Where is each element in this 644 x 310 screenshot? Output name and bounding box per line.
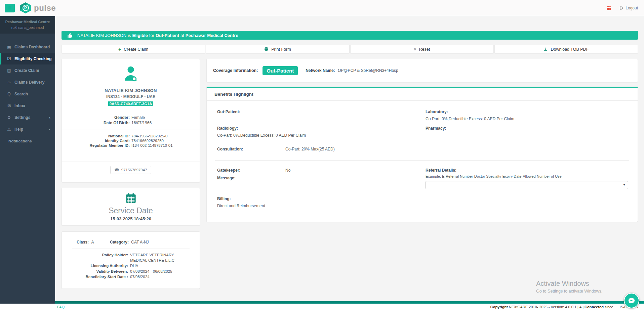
sidebar-item-settings[interactable]: ⚙ Settings ‹: [0, 112, 55, 123]
referral-details-label: Referral Details:: [426, 168, 628, 173]
sidebar-toggle-button[interactable]: ≡: [5, 4, 15, 12]
service-date-title: Service Date: [62, 206, 200, 215]
radiology-label: Radiology:: [217, 126, 426, 131]
dob-label: Date Of Birth:: [72, 121, 130, 125]
dob-value: 16/07/1966: [131, 121, 185, 125]
sidebar-item-label: Eligibility Checking: [14, 56, 52, 61]
divider: [62, 130, 200, 130]
phone-number: 971567897947: [121, 168, 147, 172]
validity-between-value: 07/08/2024 - 06/08/2025: [130, 269, 180, 274]
sidebar-nav: ▦ Claims Dashboard ☑ Eligibility Checkin…: [0, 41, 55, 147]
reset-button[interactable]: × Reset: [350, 45, 494, 54]
facility-name: Peshawar Medical Centre: [2, 19, 53, 25]
left-column: NATALIE KIM JOHNSON INS134 - MEDGULF - U…: [62, 59, 200, 289]
benefits-grid-top: Out-Patient: Laboratory: Co-Part: 0%,Ded…: [207, 101, 638, 151]
sidebar-item-notifications[interactable]: Notifications: [0, 135, 55, 147]
sidebar-item-label: Notifications: [8, 139, 32, 143]
create-claim-label: Create Claim: [124, 47, 148, 52]
consultation-label: Consultation:: [217, 147, 285, 151]
chat-fab-button[interactable]: [624, 293, 639, 308]
watermark-line2: Go to Settings to activate Windows.: [536, 289, 602, 294]
laboratory-label: Laboratory:: [426, 109, 628, 114]
banner-word: for: [149, 33, 154, 38]
phone-icon: ☎: [114, 168, 119, 172]
calendar-icon: [125, 199, 137, 205]
divider: [72, 249, 190, 249]
benefit-consultation: Consultation: Co-Part: 20% Max(25 AED): [217, 138, 426, 151]
sidebar-facility-block: Peshawar Medical Centre rukhsana_peshmod: [0, 16, 55, 34]
sidebar-item-help[interactable]: ⚠ Help ‹: [0, 123, 55, 135]
banner-patient-name: NATALIE KIM JOHNSON: [77, 33, 126, 38]
plus-icon: +: [118, 47, 121, 52]
create-claim-button[interactable]: + Create Claim: [62, 45, 205, 54]
sidebar-item-label: Create Claim: [14, 68, 39, 73]
sidebar-item-inbox[interactable]: ✉ Inbox: [0, 100, 55, 112]
identity-card-value: 784196692829250: [131, 139, 185, 143]
divider: [62, 162, 200, 162]
header-actions: Logout: [607, 0, 638, 16]
sidebar-item-label: Search: [14, 92, 28, 96]
download-tob-label: Download TOB PDF: [551, 47, 589, 52]
patient-card-code-row: 9A6D-C740-6DFF-3C1A: [62, 100, 200, 106]
copyright-text: Copyright NEXtCARE 2010- 2025 - Version:…: [490, 305, 638, 309]
gatekeeper-value: No: [285, 168, 290, 173]
delivery-icon: ∞: [6, 80, 12, 85]
radiology-value: Co-Part: 0%,Deductible Excess: 0 AED Per…: [217, 133, 426, 138]
laboratory-value: Co-Part: 0%,Deductible Excess: 0 AED Per…: [426, 117, 628, 121]
action-buttons-row: + Create Claim Print Form × Reset Downlo…: [62, 45, 638, 54]
connected-since: since: [605, 305, 613, 309]
patient-card: NATALIE KIM JOHNSON INS134 - MEDGULF - U…: [62, 59, 200, 182]
network-name-label: Network Name:: [306, 68, 335, 73]
phone-row: ☎ 971567897947: [62, 166, 200, 174]
identity-card-label: Identity Card:: [72, 139, 130, 143]
form-icon: ▤: [6, 68, 12, 73]
coverage-badge: Out-Patient: [263, 66, 298, 75]
download-tob-button[interactable]: Download TOB PDF: [494, 45, 638, 54]
connected-word: Connected: [585, 305, 604, 309]
sidebar-item-claims-delivery[interactable]: ∞ Claims Delivery: [0, 76, 55, 88]
settings-icon: ⚙: [6, 115, 12, 120]
banner-word: is: [128, 33, 131, 38]
gift-icon[interactable]: [607, 6, 611, 10]
referral-select-wrap: ▼: [426, 181, 628, 189]
copyright-word: Copyright: [490, 305, 508, 309]
phone-button[interactable]: ☎ 971567897947: [110, 166, 151, 174]
sidebar-item-claims-dashboard[interactable]: ▦ Claims Dashboard: [0, 41, 55, 53]
logout-button[interactable]: Logout: [619, 6, 638, 10]
watermark-line1: Activate Windows: [536, 280, 602, 287]
eligibility-banner: NATALIE KIM JOHNSON is Eligible for Out-…: [62, 31, 638, 40]
search-icon: Q: [6, 92, 12, 96]
benefit-gatekeeper: Gatekeeper: No Message:: [217, 161, 426, 189]
benefit-billing: Billing: Direct and Reimbursement: [207, 189, 638, 208]
network-name-value: OP@PCP & SpRef@RN3+4Hosp: [338, 68, 398, 73]
beneficiary-start-value: 07/08/2024: [130, 274, 180, 280]
national-id-label: National ID:: [72, 134, 130, 138]
sidebar-item-search[interactable]: Q Search: [0, 88, 55, 100]
billing-label: Billing:: [217, 196, 638, 201]
sidebar-item-create-claim[interactable]: ▤ Create Claim: [0, 64, 55, 76]
benefit-pharmacy: Pharmacy:: [426, 121, 628, 138]
copyright-body: NEXtCARE 2010- 2025 - Version: 4.0.0.1 |…: [509, 305, 583, 309]
patient-policy-line: INS134 - MEDGULF - UAE: [62, 94, 200, 99]
sidebar-item-label: Settings: [14, 115, 30, 120]
validity-between-label: Validity Between:: [66, 269, 128, 274]
sidebar-item-eligibility-checking[interactable]: ☑ Eligibility Checking: [0, 53, 55, 64]
coverage-info-label: Coverage Information:: [213, 68, 258, 73]
faq-link[interactable]: FAQ: [57, 305, 65, 309]
dashboard-icon: ▦: [6, 45, 12, 49]
checkbox-icon: ☑: [6, 56, 12, 61]
print-form-button[interactable]: Print Form: [206, 45, 349, 54]
banner-word: at: [180, 33, 184, 38]
print-form-label: Print Form: [271, 47, 291, 52]
policy-holder-value: VETCARE VETERINARY MEDICAL CENTRE L.L.C: [130, 253, 180, 263]
benefit-radiology: Radiology: Co-Part: 0%,Deductible Excess…: [217, 121, 426, 138]
referral-hint: Example: E-Referral Number-Doctor Specia…: [426, 174, 628, 178]
referral-select[interactable]: [426, 181, 628, 189]
brand-name: pulse: [34, 3, 56, 13]
national-id-value: 784-1966-9282925-0: [131, 134, 185, 138]
chat-bubble-icon: [628, 297, 635, 304]
logout-icon: [619, 6, 623, 10]
patient-avatar-icon: [121, 64, 140, 85]
class-value: A: [91, 240, 94, 245]
sidebar-item-label: Help: [14, 127, 23, 132]
